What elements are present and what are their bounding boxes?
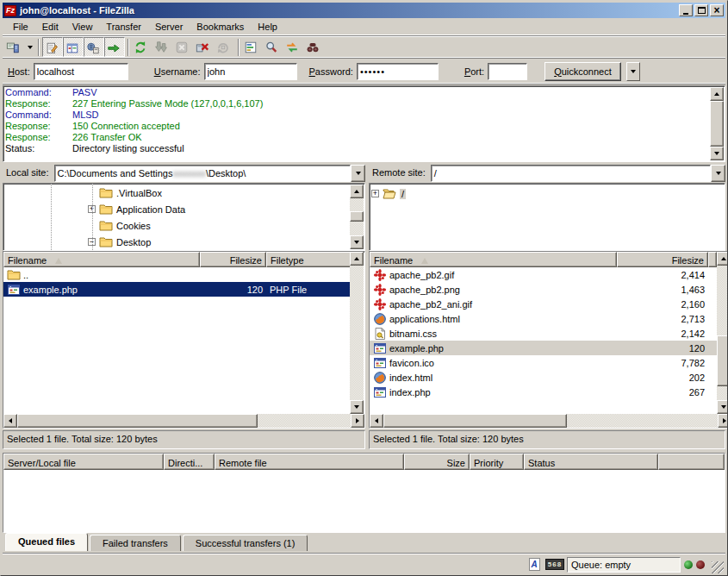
maximize-button[interactable]: [694, 4, 708, 16]
remote-directory-tree[interactable]: + /: [369, 183, 725, 251]
transfer-type-indicator[interactable]: A: [526, 558, 543, 572]
scrollbar-track[interactable]: [383, 414, 718, 428]
remote-list-vertical-scrollbar[interactable]: [717, 252, 728, 414]
scroll-down-button[interactable]: [717, 400, 728, 414]
tab-failed-transfers[interactable]: Failed transfers: [90, 535, 181, 551]
remote-site-dropdown-button[interactable]: [711, 165, 725, 182]
file-row[interactable]: apache_pb2.png 1,463: [370, 282, 717, 297]
minimize-button[interactable]: [679, 4, 693, 16]
username-input[interactable]: [204, 63, 297, 80]
scrollbar-track[interactable]: [350, 266, 364, 400]
local-directory-tree[interactable]: .VirtualBox + Application Data Cookies −…: [3, 183, 365, 251]
file-row[interactable]: favicon.ico 7,782: [370, 355, 717, 370]
column-header-filesize[interactable]: Filesize: [617, 252, 708, 267]
menu-server[interactable]: Server: [148, 20, 190, 34]
directory-comparison-button[interactable]: [263, 37, 283, 57]
file-row-parent-dir[interactable]: ..: [3, 267, 350, 282]
file-row-example-php[interactable]: example.php 120: [370, 341, 717, 355]
column-header-server-local-file[interactable]: Server/Local file: [3, 454, 164, 470]
scroll-down-button[interactable]: [350, 400, 364, 414]
password-input[interactable]: [357, 63, 439, 80]
scrollbar-thumb[interactable]: [383, 414, 567, 428]
disconnect-button[interactable]: [194, 37, 215, 57]
tab-successful-transfers[interactable]: Successful transfers (1): [183, 535, 308, 551]
remote-list-horizontal-scrollbar[interactable]: [370, 414, 728, 428]
file-row[interactable]: apache_pb2_ani.gif 2,160: [370, 297, 717, 311]
column-header-filename[interactable]: Filename: [3, 252, 200, 267]
reconnect-button[interactable]: [215, 37, 235, 57]
scrollbar-track[interactable]: [717, 266, 728, 400]
scrollbar-thumb[interactable]: [17, 414, 258, 428]
local-list-rows[interactable]: .. example.php 120 PHP File 1: [3, 267, 350, 414]
tree-item-cookies[interactable]: Cookies: [3, 217, 349, 234]
refresh-button[interactable]: [132, 37, 152, 57]
file-row[interactable]: bitnami.css 2,142: [370, 326, 717, 341]
remote-site-combobox[interactable]: /: [431, 165, 711, 182]
log-vertical-scrollbar[interactable]: [710, 87, 724, 160]
find-files-button[interactable]: [304, 37, 325, 57]
menu-file[interactable]: File: [6, 20, 35, 34]
scroll-up-button[interactable]: [710, 87, 724, 101]
remote-list-rows[interactable]: apache_pb2.gif 2,414 apache_pb2.png 1,46…: [370, 267, 717, 414]
scrollbar-thumb[interactable]: [717, 335, 728, 386]
directory-listing-filters-button[interactable]: [242, 37, 263, 57]
tree-item-desktop[interactable]: − Desktop: [3, 234, 349, 250]
column-header-direction[interactable]: Directi...: [164, 454, 215, 470]
file-row-example-php[interactable]: example.php 120 PHP File 1: [3, 282, 350, 297]
file-row[interactable]: index.html 202: [370, 370, 717, 385]
quickconnect-button[interactable]: Quickconnect: [544, 62, 621, 81]
menu-help[interactable]: Help: [251, 20, 284, 34]
file-row[interactable]: applications.html 2,713: [370, 311, 717, 326]
scrollbar-thumb[interactable]: [350, 211, 364, 222]
local-list-horizontal-scrollbar[interactable]: [3, 414, 364, 428]
site-manager-dropdown-button[interactable]: [25, 37, 35, 57]
queue-empty-body[interactable]: [3, 470, 725, 532]
scrollbar-track[interactable]: [710, 101, 724, 147]
scroll-right-button[interactable]: [718, 414, 728, 428]
column-header-filename[interactable]: Filename: [370, 252, 617, 267]
local-tree-vertical-scrollbar[interactable]: [350, 185, 364, 249]
quickconnect-dropdown-button[interactable]: [626, 62, 640, 81]
file-row[interactable]: index.php 267: [370, 385, 717, 399]
tree-item-virtualbox[interactable]: .VirtualBox: [3, 185, 349, 201]
synchronized-browsing-button[interactable]: [283, 37, 304, 57]
scrollbar-track[interactable]: [17, 414, 351, 428]
title-bar[interactable]: Fz john@localhost - FileZilla ×: [3, 3, 725, 18]
scrollbar-thumb[interactable]: [710, 101, 724, 147]
scroll-down-button[interactable]: [710, 147, 724, 160]
port-input[interactable]: [488, 63, 527, 80]
local-list-vertical-scrollbar[interactable]: [350, 252, 364, 414]
scroll-up-button[interactable]: [350, 252, 364, 266]
speed-limits-indicator[interactable]: 568: [546, 558, 563, 572]
file-row[interactable]: apache_pb2.gif 2,414: [370, 267, 717, 282]
scroll-down-button[interactable]: [350, 235, 364, 249]
message-log[interactable]: Command: PASV Response: 227 Entering Pas…: [3, 85, 725, 162]
process-queue-button[interactable]: [152, 37, 173, 57]
local-site-dropdown-button[interactable]: [351, 165, 365, 182]
column-header-priority[interactable]: Priority: [470, 454, 524, 470]
column-header-remote-file[interactable]: Remote file: [215, 454, 404, 470]
toggle-transfer-queue-button[interactable]: [104, 37, 125, 57]
menu-bookmarks[interactable]: Bookmarks: [190, 20, 251, 34]
host-input[interactable]: [34, 63, 128, 80]
scrollbar-track[interactable]: [350, 198, 364, 235]
site-manager-button[interactable]: [4, 37, 25, 57]
column-header-filesize[interactable]: Filesize: [200, 252, 266, 267]
toggle-local-tree-button[interactable]: [63, 37, 84, 57]
tree-expander-plus[interactable]: +: [371, 190, 379, 197]
toggle-message-log-button[interactable]: [42, 37, 63, 57]
scroll-up-button[interactable]: [717, 252, 728, 266]
tree-item-root[interactable]: + /: [371, 185, 725, 202]
menu-transfer[interactable]: Transfer: [99, 20, 148, 34]
local-site-combobox[interactable]: C:\Documents and Settingsxxxxxxx\Desktop…: [54, 165, 351, 182]
tree-item-application-data[interactable]: + Application Data: [3, 201, 349, 217]
close-button[interactable]: ×: [710, 4, 724, 16]
tab-queued-files[interactable]: Queued files: [5, 533, 88, 551]
menu-edit[interactable]: Edit: [35, 20, 65, 34]
menu-view[interactable]: View: [65, 20, 100, 34]
column-header-status[interactable]: Status: [524, 454, 658, 470]
scroll-right-button[interactable]: [351, 414, 364, 428]
column-header-filetype[interactable]: Filetype: [266, 252, 350, 267]
scroll-left-button[interactable]: [370, 414, 383, 428]
scroll-up-button[interactable]: [350, 185, 364, 198]
